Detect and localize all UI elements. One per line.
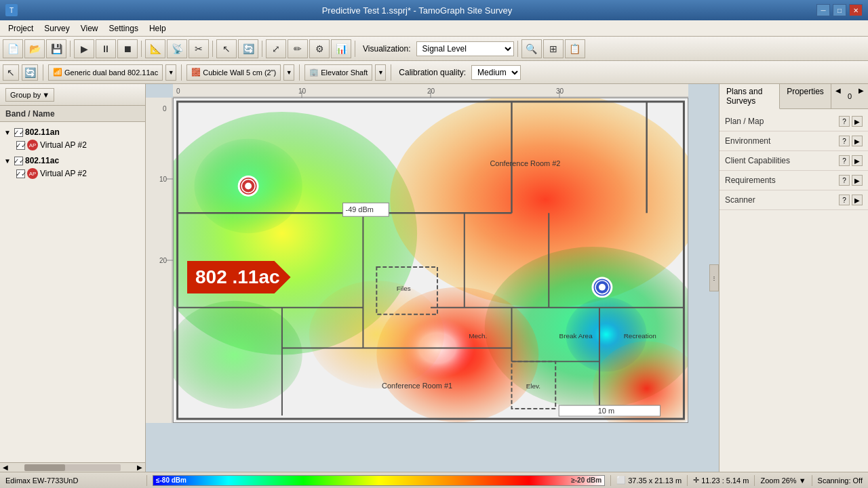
minimize-button[interactable]: ─	[816, 4, 830, 16]
checkbox-vap2[interactable]: ✓	[16, 169, 25, 178]
cursor-value: 11.23 : 5.14 m	[701, 476, 749, 485]
menu-settings[interactable]: Settings	[104, 22, 144, 35]
quality-select[interactable]: Low Medium High	[471, 65, 521, 80]
viz-opt3-button[interactable]: 📋	[565, 39, 585, 58]
h-scroll-thumb[interactable]	[24, 464, 65, 471]
svg-text:10 m: 10 m	[598, 407, 614, 415]
panel-row-requirements[interactable]: Requirements ? ▶	[719, 171, 868, 190]
edit-icon-plan-map[interactable]: ▶	[852, 116, 863, 127]
svg-text:-49 dBm: -49 dBm	[346, 205, 374, 214]
tree-header: Band / Name	[0, 106, 145, 122]
play-button[interactable]: ▶	[74, 39, 94, 58]
panel-row-client-cap[interactable]: Client Capabilities ? ▶	[719, 151, 868, 171]
h-scroll[interactable]: ◀ ▶	[0, 462, 145, 472]
menu-survey[interactable]: Survey	[39, 22, 75, 35]
elev-dropdown[interactable]: ▼	[375, 64, 386, 81]
refresh-button[interactable]: 🔄	[238, 39, 258, 58]
checkbox-80211ac[interactable]: ✓	[14, 157, 23, 165]
open-button[interactable]: 📂	[24, 39, 45, 58]
ap-button[interactable]: 📡	[167, 39, 187, 58]
panel-row-plan-map[interactable]: Plan / Map ? ▶	[719, 112, 868, 131]
measure-button[interactable]: 📐	[145, 39, 165, 58]
tree-item-vap2[interactable]: ✓ AP Virtual AP #2	[0, 167, 145, 180]
close-button[interactable]: ✕	[849, 4, 863, 16]
svg-text:0: 0	[163, 105, 167, 113]
menu-project[interactable]: Project	[3, 22, 39, 35]
status-sep3	[687, 475, 688, 486]
sep3	[212, 41, 213, 57]
adapter-button[interactable]: 📶 Generic dual band 802.11ac	[48, 64, 163, 81]
checkbox-vap1[interactable]: ✓	[16, 141, 25, 150]
sep1	[70, 41, 71, 57]
cursor-tool-button[interactable]: ↖	[3, 64, 19, 81]
panel-icons-scanner: ? ▶	[839, 195, 863, 205]
stop-button[interactable]: ⏹	[117, 39, 138, 58]
status-scanning: Scanning: Off	[818, 476, 863, 485]
status-dimensions: ⬜ 37.35 x 21.13 m	[616, 476, 682, 485]
scroll-left-btn[interactable]: ◀	[0, 464, 11, 471]
panel-label-client-cap: Client Capabilities	[725, 156, 790, 165]
edit-icon-environment[interactable]: ▶	[852, 136, 863, 146]
help-icon-client-cap[interactable]: ?	[839, 155, 850, 166]
dims-icon: ⬜	[616, 476, 626, 485]
help-icon-requirements[interactable]: ?	[839, 175, 850, 186]
tab-nav-left[interactable]: ◀	[831, 84, 845, 108]
new-button[interactable]: 📄	[3, 39, 23, 58]
expand-icon-80211an[interactable]: ▼	[4, 129, 12, 136]
menu-help[interactable]: Help	[144, 22, 172, 35]
elev-button[interactable]: 🏢 Elevator Shaft	[304, 64, 372, 81]
tree-item-vap1[interactable]: ✓ AP Virtual AP #2	[0, 138, 145, 152]
group-by-dropdown-icon: ▼	[42, 91, 50, 99]
scroll-right-btn[interactable]: ▶	[134, 464, 145, 471]
menu-view[interactable]: View	[75, 22, 104, 35]
ap-icon-vap1: AP	[27, 140, 38, 150]
help-icon-plan-map[interactable]: ?	[839, 116, 850, 127]
svg-text:Elev.: Elev.	[526, 382, 540, 390]
wall-button[interactable]: 🧱 Cubicle Wall 5 cm (2")	[186, 64, 281, 81]
status-zoom: Zoom 26% ▼	[760, 476, 806, 485]
viz-opt1-button[interactable]: 🔍	[521, 39, 542, 58]
svg-point-24	[174, 301, 302, 409]
select-button[interactable]: ↖	[216, 39, 237, 58]
tree-group-80211an: ▼ ✓ 802.11an ✓ AP Virtual AP #2	[0, 125, 145, 153]
tab-nav-right[interactable]: ▶	[854, 84, 868, 108]
adapter-dropdown[interactable]: ▼	[165, 64, 176, 81]
scissors-button[interactable]: ✂	[189, 39, 209, 58]
group-by-button[interactable]: Group by ▼	[5, 88, 54, 102]
panel-label-requirements: Requirements	[725, 176, 776, 185]
viz-opt2-button[interactable]: ⊞	[543, 39, 564, 58]
maximize-button[interactable]: □	[833, 4, 846, 16]
panel-row-scanner[interactable]: Scanner ? ▶	[719, 190, 868, 210]
refresh2-button[interactable]: 🔄	[22, 64, 38, 81]
tree-content: ▼ ✓ 802.11an ✓ AP Virtual AP #2 ▼ ✓ 802.…	[0, 122, 145, 462]
edit-icon-requirements[interactable]: ▶	[852, 175, 863, 186]
edit-icon-scanner[interactable]: ▶	[852, 195, 863, 205]
tab-plans-surveys[interactable]: Plans and Surveys	[719, 84, 780, 109]
edit-icon-client-cap[interactable]: ▶	[852, 155, 863, 166]
floorplan[interactable]: Conference Room #2 Break Area Conference…	[173, 98, 688, 423]
svg-text:20: 20	[427, 87, 435, 95]
visualization-select[interactable]: Signal Level Signal-to-Noise Ratio PHY D…	[416, 41, 514, 56]
panel-row-environment[interactable]: Environment ? ▶	[719, 131, 868, 151]
export-button[interactable]: 📊	[331, 39, 351, 58]
status-sep1	[146, 475, 147, 486]
pause-button[interactable]: ⏸	[96, 39, 116, 58]
tree-group-header-80211ac[interactable]: ▼ ✓ 802.11ac	[0, 155, 145, 167]
canvas-area[interactable]: 0 10 20 30 0 10 20	[146, 84, 719, 472]
help-icon-scanner[interactable]: ?	[839, 195, 850, 205]
zoom-fit-button[interactable]: ⤢	[266, 39, 286, 58]
panel-icons-requirements: ? ▶	[839, 175, 863, 186]
tree-group-header-80211an[interactable]: ▼ ✓ 802.11an	[0, 126, 145, 138]
wall-dropdown[interactable]: ▼	[283, 64, 294, 81]
wall-icon: 🧱	[191, 68, 201, 77]
help-icon-environment[interactable]: ?	[839, 136, 850, 146]
edit-button[interactable]: ✏	[288, 39, 308, 58]
h-scroll-track[interactable]	[24, 464, 121, 471]
tab-properties[interactable]: Properties	[780, 84, 831, 108]
canvas-resize-handle[interactable]: ⋮	[709, 264, 719, 291]
expand-icon-80211ac[interactable]: ▼	[4, 157, 12, 165]
save-button[interactable]: 💾	[46, 39, 66, 58]
zoom-dropdown-icon[interactable]: ▼	[799, 476, 806, 485]
checkbox-80211an[interactable]: ✓	[14, 128, 23, 137]
properties-button[interactable]: ⚙	[309, 39, 330, 58]
